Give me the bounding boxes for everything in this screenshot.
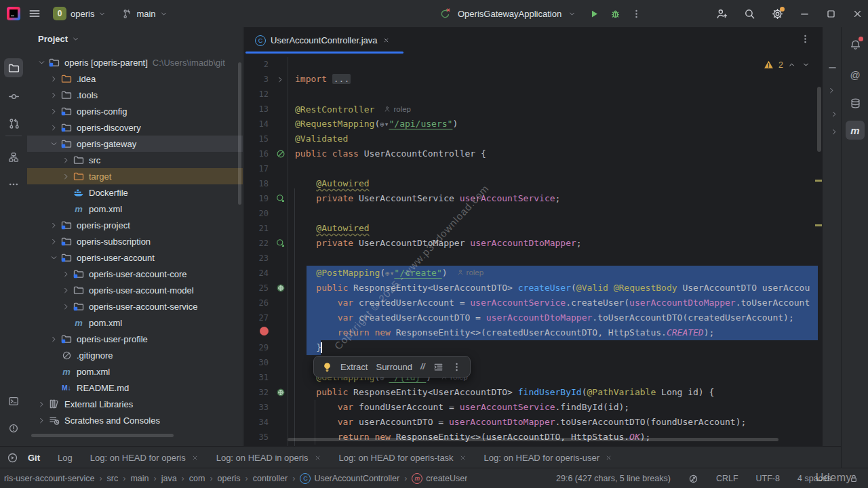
mapping-gutter-icon[interactable]: [271, 283, 290, 293]
chevron-right-icon[interactable]: [47, 222, 60, 229]
code-author-inlay[interactable]: rolep: [384, 102, 411, 117]
problems-icon[interactable]: [4, 419, 23, 438]
code-text[interactable]: var userAccountDTO = userAccountDtoMappe…: [290, 415, 746, 430]
editor-tab[interactable]: C UserAccountController.java: [245, 29, 398, 52]
tab-close-icon[interactable]: [191, 454, 199, 462]
tree-row-external-libraries[interactable]: External Libraries: [27, 396, 243, 412]
chevron-right-icon[interactable]: [47, 238, 60, 245]
tree-row-pom-xml[interactable]: mpom.xml: [27, 201, 243, 217]
project-panel-title[interactable]: Project: [38, 34, 68, 44]
code-line-20[interactable]: 20: [244, 206, 822, 221]
code-text[interactable]: return new ResponseEntity<>(userAccountD…: [290, 430, 650, 445]
code-line-32[interactable]: 32 public ResponseEntity<UserAccountDTO>…: [244, 385, 822, 400]
chevron-right-icon[interactable]: [47, 75, 60, 83]
tree-row-operis-user-account-core[interactable]: operis-user-account-core: [27, 266, 243, 282]
breadcrumb-item[interactable]: controller: [253, 474, 288, 483]
bottom-tab-git[interactable]: Git: [28, 453, 40, 463]
breadcrumb-item[interactable]: operis: [218, 474, 241, 483]
breadcrumb-item[interactable]: CUserAccountController: [300, 473, 399, 484]
breadcrumb-item[interactable]: ris-user-account-service: [4, 474, 94, 483]
code-line-25[interactable]: 25 public ResponseEntity<UserAccountDTO>…: [244, 281, 822, 296]
bottom-tab-log-on-head-for-operis[interactable]: Log: on HEAD for operis: [90, 453, 199, 463]
tree-row-readme-md[interactable]: M↓README.md: [27, 380, 243, 396]
code-text[interactable]: private UserAccountService userAccountSe…: [290, 191, 560, 206]
popup-more-icon[interactable]: [452, 362, 462, 372]
tree-row-operis-user-profile[interactable]: operis-user-profile: [27, 331, 243, 347]
file-encoding[interactable]: UTF-8: [756, 474, 780, 483]
code-text[interactable]: @Validated: [290, 131, 348, 146]
code-line-23[interactable]: 23: [244, 251, 822, 266]
chevron-down-icon[interactable]: [35, 59, 47, 66]
breadcrumb-item[interactable]: com: [189, 474, 205, 483]
window-minimize-button[interactable]: [800, 9, 810, 19]
project-vertical-scrollbar[interactable]: [238, 62, 241, 205]
code-line-22[interactable]: 22 private UserAccountDtoMapper userAcco…: [244, 236, 822, 251]
tree-row-operis-discovery[interactable]: operis-discovery: [27, 119, 243, 136]
maven-tool-icon[interactable]: m: [846, 121, 865, 140]
warning-stripe-mark[interactable]: [815, 180, 822, 182]
tree-row-pom-xml[interactable]: mpom.xml: [27, 314, 243, 331]
popup-action-surround[interactable]: Surround: [376, 362, 412, 372]
notifications-icon[interactable]: [846, 35, 865, 54]
code-line-26[interactable]: 26 var createdUserAccount = userAccountS…: [244, 296, 822, 310]
code-line-33[interactable]: 33 var foundUserAccount = userAccountSer…: [244, 400, 822, 415]
code-author-inlay[interactable]: rolep: [457, 265, 484, 280]
breadcrumb-item[interactable]: main: [130, 474, 149, 483]
chevron-right-icon[interactable]: [60, 303, 72, 310]
chevron-right-icon[interactable]: [831, 110, 838, 118]
tree-row-target[interactable]: target: [27, 168, 243, 184]
code-line-27[interactable]: 27 var createdUserAccountDTO = userAccou…: [244, 310, 822, 325]
chevron-right-icon[interactable]: [47, 124, 60, 131]
code-line-21[interactable]: 21 @Autowired: [244, 221, 822, 236]
popup-action-extract[interactable]: Extract: [340, 362, 368, 372]
more-horizontal-icon[interactable]: [4, 175, 23, 194]
line-ending[interactable]: CRLF: [716, 474, 738, 483]
editor-options-icon[interactable]: [800, 34, 810, 44]
code-line-16[interactable]: 16public class UserAccountController {: [244, 146, 822, 161]
lock-icon[interactable]: [849, 474, 859, 483]
code-line-24[interactable]: 24 @PostMapping(⊕▾"/create")rolep: [244, 266, 822, 281]
code-line-34[interactable]: 34 var userAccountDTO = userAccountDtoMa…: [244, 415, 822, 430]
tab-close-icon[interactable]: [459, 454, 467, 462]
window-maximize-button[interactable]: [826, 9, 836, 19]
bottom-tab-log[interactable]: Log: [58, 453, 73, 463]
tree-row-dockerfile[interactable]: Dockerfile: [27, 184, 243, 201]
reformat-icon[interactable]: [433, 362, 443, 372]
code-text[interactable]: public ResponseEntity<UserAccountDTO> fi…: [290, 385, 714, 400]
chevron-right-icon[interactable]: [47, 92, 60, 99]
caret-position[interactable]: 29:6 (427 chars, 5 line breaks): [556, 474, 671, 483]
window-close-button[interactable]: [852, 9, 863, 19]
tree-row--gitignore[interactable]: .gitignore: [27, 347, 243, 363]
tab-close-icon[interactable]: [314, 454, 321, 462]
breadcrumb-item[interactable]: java: [161, 474, 177, 483]
ide-logo[interactable]: [7, 7, 20, 20]
code-line-14[interactable]: 14@RequestMapping(⊕▾"/api/users"): [244, 117, 822, 131]
git-toolwindow-icon[interactable]: [7, 452, 18, 464]
chevron-right-icon[interactable]: [35, 401, 47, 408]
editor-horizontal-scrollbar[interactable]: [288, 438, 778, 441]
tab-close-icon[interactable]: [382, 37, 390, 44]
chevron-right-icon[interactable]: [35, 417, 47, 424]
code-line-19[interactable]: 19 private UserAccountService userAccoun…: [244, 191, 822, 206]
tree-row-operis-config[interactable]: operis-config: [27, 103, 243, 119]
chevron-down-icon[interactable]: [568, 10, 576, 18]
tree-row--idea[interactable]: .idea: [27, 70, 243, 87]
run-config-name[interactable]: OperisGatewayApplication: [458, 9, 561, 19]
chevron-down-icon[interactable]: [47, 140, 60, 148]
code-text[interactable]: }: [290, 340, 321, 355]
code-text[interactable]: public class UserAccountController {: [290, 146, 486, 161]
project-horizontal-scrollbar[interactable]: [31, 434, 174, 437]
bean-gutter-icon[interactable]: [271, 239, 290, 248]
code-line-2[interactable]: 2: [244, 57, 822, 72]
bottom-tab-log-on-head-in-operis[interactable]: Log: on HEAD in operis: [216, 453, 321, 463]
chevron-down-icon[interactable]: [47, 254, 60, 262]
settings-gear-icon[interactable]: [772, 8, 783, 20]
bottom-tab-log-on-head-for-operis-user[interactable]: Log: on HEAD for operis-user: [484, 453, 613, 463]
code-text[interactable]: import ...: [290, 72, 351, 87]
code-line-13[interactable]: 13@RestControllerrolep: [244, 102, 822, 117]
code-text[interactable]: @RestControllerrolep: [290, 102, 411, 117]
code-line-18[interactable]: 18 @Autowired: [244, 176, 822, 191]
breadcrumb-item[interactable]: mcreateUser: [412, 473, 467, 484]
more-actions-icon[interactable]: [631, 9, 642, 19]
tree-row-operis-project[interactable]: operis-project: [27, 217, 243, 233]
